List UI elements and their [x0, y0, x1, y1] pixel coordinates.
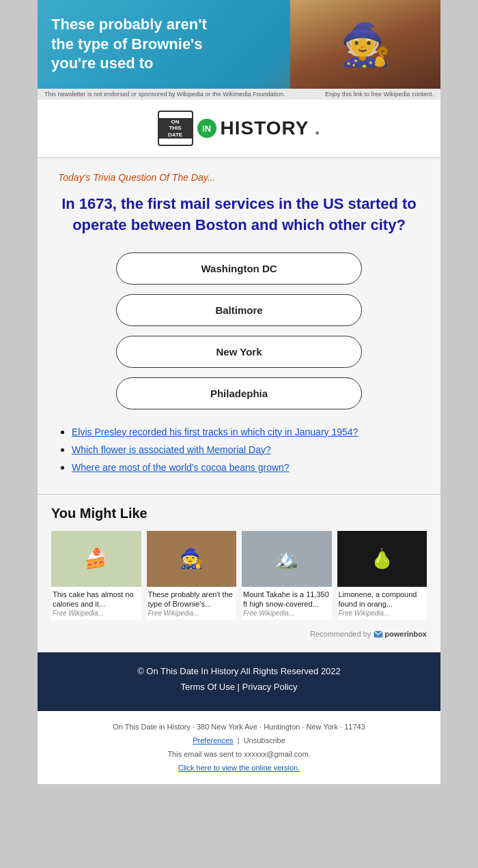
disclaimer-right: Enjoy this link to free Wikipedia conten…: [325, 91, 434, 98]
powerinbox-icon: [374, 629, 383, 639]
cards-row: 🍰 This cake has almost no calories and i…: [51, 531, 427, 620]
preferences-link[interactable]: Preferences: [193, 736, 233, 744]
powerinbox-label: powerinbox: [384, 630, 427, 638]
card-4[interactable]: 🍐 Limonene, a compound found in orang...…: [337, 531, 427, 620]
card-3[interactable]: 🏔️ Mount Takahe is a 11,350 ft high snow…: [242, 531, 332, 620]
footer-address: On This Date in History · 380 New York A…: [48, 721, 430, 734]
more-trivia-list: Elvis Presley recorded his first tracks …: [72, 426, 420, 474]
you-might-like-title: You Might Like: [51, 506, 427, 521]
card-1-image: 🍰: [51, 531, 141, 587]
list-item: Elvis Presley recorded his first tracks …: [72, 426, 420, 438]
card-2-source: Free Wikipedia...: [147, 609, 237, 620]
trivia-label: Today's Trivia Question Of The Day...: [58, 172, 420, 183]
card-3-source: Free Wikipedia...: [242, 609, 332, 620]
trivia-link-2[interactable]: Which flower is associated with Memorial…: [72, 444, 271, 455]
footer-prefs-unsub: Preferences | Unsubscribe: [48, 734, 430, 748]
card-2-image: 🧙: [147, 531, 237, 587]
card-3-image: 🏔️: [242, 531, 332, 587]
footer-copyright: © On This Date In History All Rights Res…: [48, 666, 430, 676]
email-wrapper: These probably aren't the type of Browni…: [38, 0, 440, 784]
footer-links: Terms Of Use | Privacy Policy: [48, 682, 430, 692]
list-item: Which flower is associated with Memorial…: [72, 444, 420, 456]
footer-separator: |: [238, 682, 240, 692]
answer-new-york[interactable]: New York: [116, 336, 362, 368]
logo-calendar: ONTHISDATE: [158, 111, 193, 146]
footer-legal: On This Date in History · 380 New York A…: [38, 711, 440, 784]
card-2-text: These probably aren't the type of Browni…: [147, 587, 237, 610]
card-4-source: Free Wikipedia...: [337, 609, 427, 620]
banner-illustration: [290, 0, 440, 89]
card-3-text: Mount Takahe is a 11,350 ft high snow-co…: [242, 587, 332, 610]
card-1-source: Free Wikipedia...: [51, 609, 141, 620]
footer-view-online: Click here to view the online version.: [48, 762, 430, 775]
disclaimer-left: This newsletter is not endorsed or spons…: [44, 91, 285, 98]
answer-baltimore[interactable]: Baltimore: [116, 294, 362, 326]
privacy-link[interactable]: Privacy Policy: [242, 682, 298, 692]
unsubscribe-label: Unsubscribe: [244, 736, 285, 744]
banner-disclaimer: This newsletter is not endorsed or spons…: [38, 89, 440, 100]
view-online-link[interactable]: Click here to view the online version.: [178, 764, 300, 772]
powerinbox-logo: powerinbox: [374, 629, 427, 639]
card-1[interactable]: 🍰 This cake has almost no calories and i…: [51, 531, 141, 620]
card-2[interactable]: 🧙 These probably aren't the type of Brow…: [147, 531, 237, 620]
logo-box: ONTHISDATE IN HISTORY: [158, 111, 321, 146]
trivia-link-1[interactable]: Elvis Presley recorded his first tracks …: [72, 426, 358, 437]
you-might-like-section: You Might Like 🍰 This cake has almost no…: [38, 495, 440, 653]
recommended-by-label: Recommended by: [310, 630, 371, 638]
trivia-link-3[interactable]: Where are most of the world's cocoa bean…: [72, 462, 290, 473]
card-4-text: Limonene, a compound found in orang...: [337, 587, 427, 610]
card-4-image: 🍐: [337, 531, 427, 587]
logo-calendar-top: ONTHISDATE: [159, 118, 192, 139]
footer-email-note: This email was sent to xxxxxx@gmail.com.: [48, 748, 430, 762]
banner: These probably aren't the type of Browni…: [38, 0, 440, 89]
list-item: Where are most of the world's cocoa bean…: [72, 461, 420, 474]
footer-dark: © On This Date In History All Rights Res…: [38, 652, 440, 711]
main-content: Today's Trivia Question Of The Day... In…: [38, 158, 440, 494]
logo-history: HISTORY: [221, 117, 321, 139]
logo-area: ONTHISDATE IN HISTORY: [38, 100, 440, 158]
answer-philadephia[interactable]: Philadephia: [116, 377, 362, 409]
banner-text: These probably aren't the type of Browni…: [51, 15, 229, 74]
card-1-text: This cake has almost no calories and it.…: [51, 587, 141, 610]
trivia-question: In 1673, the first mail services in the …: [58, 194, 420, 236]
answer-washington-dc[interactable]: Washington DC: [116, 252, 362, 285]
recommended-by: Recommended by powerinbox: [51, 626, 427, 641]
terms-link[interactable]: Terms Of Use: [180, 682, 234, 692]
answers-container: Washington DC Baltimore New York Philade…: [58, 252, 420, 409]
logo-in-circle: IN: [197, 119, 216, 138]
